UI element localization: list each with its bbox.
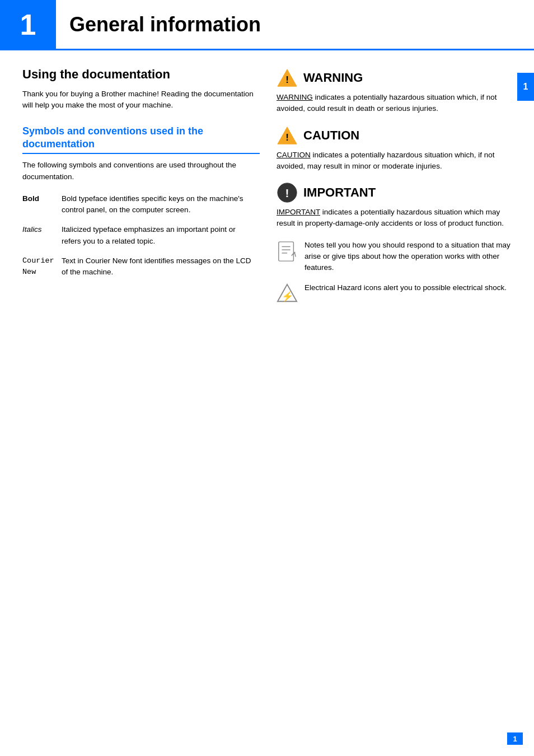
important-text: IMPORTANT indicates a potentially hazard… bbox=[277, 207, 512, 230]
svg-text:!: ! bbox=[285, 186, 289, 199]
caution-title: CAUTION bbox=[303, 128, 359, 143]
svg-text:!: ! bbox=[285, 75, 289, 86]
important-header: ! IMPORTANT bbox=[277, 182, 512, 203]
warning-block: ! WARNING WARNING indicates a potentiall… bbox=[277, 67, 512, 115]
table-row: CourierNew Text in Courier New font iden… bbox=[22, 253, 260, 284]
svg-rect-8 bbox=[279, 241, 294, 260]
left-column: Using the documentation Thank you for bu… bbox=[22, 67, 260, 314]
intro-text: Thank you for buying a Brother machine! … bbox=[22, 88, 260, 111]
side-tab: 1 bbox=[517, 73, 534, 101]
warning-icon: ! bbox=[277, 67, 298, 88]
section-title: Using the documentation bbox=[22, 67, 260, 82]
svg-text:!: ! bbox=[285, 132, 289, 143]
caution-text: CAUTION indicates a potentially hazardou… bbox=[277, 150, 512, 172]
chapter-title: General information bbox=[56, 13, 261, 36]
subsection-title: Symbols and conventions used in the docu… bbox=[22, 125, 260, 155]
electrical-icon: ⚡ bbox=[277, 283, 298, 305]
caution-block: ! CAUTION CAUTION indicates a potentiall… bbox=[277, 125, 512, 172]
important-icon: ! bbox=[277, 182, 298, 203]
note-block: Notes tell you how you should respond to… bbox=[277, 240, 512, 274]
warning-header: ! WARNING bbox=[277, 67, 512, 88]
table-row: Italics Italicized typeface emphasizes a… bbox=[22, 221, 260, 253]
important-title: IMPORTANT bbox=[303, 185, 376, 200]
warning-text: WARNING indicates a potentially hazardou… bbox=[277, 92, 512, 115]
symbols-intro: The following symbols and conventions ar… bbox=[22, 160, 260, 183]
convention-table: Bold Bold typeface identifies specific k… bbox=[22, 190, 260, 284]
right-column: ! WARNING WARNING indicates a potentiall… bbox=[277, 67, 512, 314]
conv-desc-bold: Bold typeface identifies specific keys o… bbox=[62, 190, 260, 222]
note-text: Notes tell you how you should respond to… bbox=[305, 240, 512, 274]
warning-title: WARNING bbox=[303, 71, 363, 85]
conv-desc-courier: Text in Courier New font identifies mess… bbox=[62, 253, 260, 284]
important-block: ! IMPORTANT IMPORTANT indicates a potent… bbox=[277, 182, 512, 230]
note-icon bbox=[277, 241, 298, 262]
caution-icon: ! bbox=[277, 125, 298, 146]
page-number: 1 bbox=[507, 732, 523, 745]
conv-term-bold: Bold bbox=[22, 190, 62, 222]
page-header: 1 General information bbox=[0, 0, 534, 50]
conv-desc-italics: Italicized typeface emphasizes an import… bbox=[62, 221, 260, 253]
conv-term-italics: Italics bbox=[22, 221, 62, 253]
table-row: Bold Bold typeface identifies specific k… bbox=[22, 190, 260, 222]
main-content: Using the documentation Thank you for bu… bbox=[0, 50, 534, 336]
electrical-block: ⚡ Electrical Hazard icons alert you to p… bbox=[277, 282, 512, 305]
chapter-number: 1 bbox=[0, 0, 56, 50]
conv-term-courier: CourierNew bbox=[22, 253, 62, 284]
electrical-text: Electrical Hazard icons alert you to pos… bbox=[305, 282, 507, 293]
svg-text:⚡: ⚡ bbox=[282, 291, 294, 303]
caution-header: ! CAUTION bbox=[277, 125, 512, 146]
